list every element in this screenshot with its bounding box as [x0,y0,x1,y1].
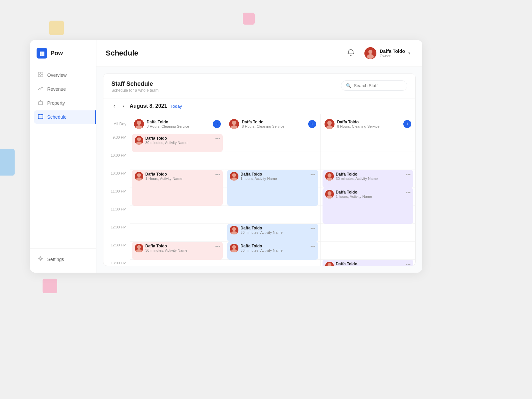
event-desc-e2: 1 Hours, Activity Name [145,177,213,181]
sidebar-item-overview[interactable]: Overview [34,68,92,82]
search-input[interactable] [354,83,400,88]
all-day-row-3: Daffa Toldo 8 Hours, Cleaning Service + [321,114,415,134]
slot-row-3-6 [321,242,415,260]
event-more-btn-e8[interactable]: ••• [406,190,411,195]
slot-row-1-7 [130,260,225,266]
slot-row-3-0 [321,134,415,152]
svg-rect-3 [41,75,43,77]
calendar-body: All Day 9:30 PM 10:00 PM 10:30 PM 11:00 … [103,114,415,266]
slot-row-2-0 [225,134,320,152]
time-slot-930: 9:30 PM [103,134,130,152]
svg-point-44 [328,191,331,195]
slot-row-1-4 [130,206,225,224]
next-date-button[interactable]: › [120,102,126,110]
event-card-e5[interactable]: Daffa Toldo 30 minutes, Activity Name ••… [227,224,318,242]
event-card-e7[interactable]: Daffa Toldo 30 minutes, Activity Name ••… [323,170,413,188]
all-day-event-3: Daffa Toldo 8 Hours, Cleaning Service [325,119,401,129]
slot-row-2-7 [225,260,320,266]
all-day-info-2: Daffa Toldo 8 Hours, Cleaning Service [242,120,284,128]
time-slot-1300: 13:00 PM [103,260,130,266]
sidebar-settings: Settings [30,248,96,273]
event-more-btn-e4[interactable]: ••• [311,172,316,177]
slots-area-2: Daffa Toldo 1 hours, Activity Name ••• D… [225,134,320,266]
event-more-btn-e9[interactable]: ••• [406,262,411,266]
overview-icon [38,72,43,78]
event-avatar-e9 [325,262,334,266]
user-avatar [364,47,376,59]
event-more-btn-e3[interactable]: ••• [215,244,220,249]
event-card-e9[interactable]: Daffa Toldo 30 minutes, Activity Name ••… [323,260,413,266]
slot-row-1-1 [130,152,225,170]
event-avatar-e7 [325,172,334,181]
all-day-avatar-1 [134,119,144,129]
slot-row-3-1 [321,152,415,170]
event-desc-e5: 30 minutes, Activity Name [240,230,309,234]
prev-date-button[interactable]: ‹ [111,102,117,110]
event-avatar-e6 [230,244,238,252]
event-info-e7: Daffa Toldo 30 minutes, Activity Name [336,172,404,181]
event-name-e6: Daffa Toldo [240,244,309,248]
svg-point-20 [137,173,141,177]
time-slot-1030: 10:30 PM [103,170,130,188]
event-card-e6[interactable]: Daffa Toldo 30 minutes, Activity Name ••… [227,242,318,260]
event-desc-e8: 1 hours, Activity Name [336,195,404,199]
svg-point-11 [368,50,372,54]
svg-point-41 [328,173,331,177]
event-info-e6: Daffa Toldo 30 minutes, Activity Name [240,244,309,252]
all-day-avatar-3 [325,119,334,129]
all-day-avatar-2 [229,119,239,129]
event-name-e3: Daffa Toldo [145,244,213,248]
all-day-row-1: Daffa Toldo 8 Hours, Cleaning Service + [130,114,225,134]
sidebar-item-schedule[interactable]: Schedule [34,110,96,124]
all-day-name-1: Daffa Toldo [147,120,189,124]
event-name-e9: Daffa Toldo [336,262,404,266]
sidebar-nav: Overview Revenue Property [30,65,96,248]
sidebar-item-settings[interactable]: Settings [34,253,92,266]
event-desc-e4: 1 hours, Activity Name [240,177,309,181]
user-menu[interactable]: Daffa Toldo Owner ▾ [362,46,413,61]
search-bar[interactable]: 🔍 [341,80,407,91]
all-day-desc-1: 8 Hours, Cleaning Service [147,124,189,128]
slot-row-1-5 [130,224,225,242]
slot-row-2-4 [225,206,320,224]
schedule-title: Staff Schedule [111,80,159,87]
event-info-e3: Daffa Toldo 30 minutes, Activity Name [145,244,213,252]
event-card-e1[interactable]: Daffa Toldo 30 minutes, Activity Name ••… [132,134,223,152]
schedule-panel: Staff Schedule Schedule for a whole team… [103,73,416,266]
app-container: ▦ Pow Overview [30,40,422,273]
sidebar-item-property[interactable]: Property [34,96,92,110]
svg-rect-2 [38,75,40,77]
event-info-e4: Daffa Toldo 1 hours, Activity Name [240,172,309,181]
svg-point-14 [137,120,141,125]
decorative-blob-pink-top [243,13,255,25]
svg-point-26 [232,120,236,125]
current-date: August 8, 2021 [130,103,167,109]
event-more-btn-e7[interactable]: ••• [406,172,411,177]
event-more-btn-e2[interactable]: ••• [215,172,220,177]
event-more-btn-e5[interactable]: ••• [311,226,316,231]
event-avatar-e4 [230,172,238,181]
sidebar-item-revenue[interactable]: Revenue [34,82,92,96]
event-avatar-e5 [230,226,238,234]
event-more-btn-e1[interactable]: ••• [215,136,220,141]
event-info-e5: Daffa Toldo 30 minutes, Activity Name [240,226,309,234]
all-day-name-2: Daffa Toldo [242,120,284,124]
svg-point-17 [137,137,141,141]
event-name-e4: Daffa Toldo [240,172,309,177]
add-event-btn-2[interactable]: + [308,120,316,128]
add-event-btn-3[interactable]: + [403,120,411,128]
event-card-e4[interactable]: Daffa Toldo 1 hours, Activity Name ••• [227,170,318,206]
svg-point-23 [137,245,141,249]
event-name-e5: Daffa Toldo [240,226,309,230]
event-desc-e7: 30 minutes, Activity Name [336,177,404,181]
event-card-e2[interactable]: Daffa Toldo 1 Hours, Activity Name ••• [132,170,223,206]
sidebar-item-property-label: Property [47,100,65,106]
add-event-btn-1[interactable]: + [213,120,221,128]
all-day-row-2: Daffa Toldo 8 Hours, Cleaning Service + [225,114,320,134]
event-more-btn-e6[interactable]: ••• [311,244,316,249]
notification-bell[interactable] [345,47,356,60]
event-card-e8[interactable]: Daffa Toldo 1 hours, Activity Name ••• [323,188,413,224]
event-card-e3[interactable]: Daffa Toldo 30 minutes, Activity Name ••… [132,242,223,260]
event-name-e8: Daffa Toldo [336,190,404,195]
app-logo-text: Pow [51,50,63,57]
